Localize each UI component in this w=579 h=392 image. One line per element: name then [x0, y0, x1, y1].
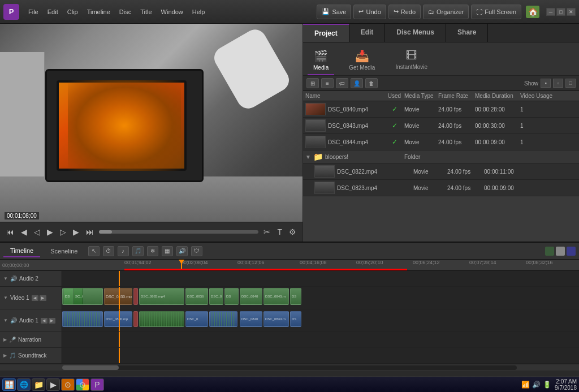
- subtab-instant-movie[interactable]: 🎞 InstantMovie: [390, 47, 433, 75]
- color-gray-btn[interactable]: [556, 247, 565, 256]
- menu-disc[interactable]: Disc: [116, 7, 135, 16]
- video-clip[interactable]: DSC_0840: [240, 288, 262, 305]
- ie-button[interactable]: 🌐: [17, 378, 31, 391]
- track-expand-narration[interactable]: ▶: [3, 337, 7, 342]
- volume-tool[interactable]: 🔊: [176, 246, 188, 256]
- purple-button[interactable]: P: [90, 378, 104, 391]
- chrome-button[interactable]: ⊙: [76, 378, 89, 391]
- step-forward-button[interactable]: ▶: [71, 227, 81, 236]
- audio-clip[interactable]: DSC_0843.m: [263, 311, 289, 327]
- tag-btn[interactable]: 🏷: [336, 78, 348, 88]
- subtab-get-media[interactable]: 📥 Get Media: [343, 47, 381, 75]
- undo-button[interactable]: ↩ Undo: [353, 5, 386, 19]
- list-item[interactable]: DSC_0843.mp4 ✓ Movie 24.00 fps 00:00:30:…: [303, 118, 579, 134]
- view-medium-btn[interactable]: ▫: [553, 79, 563, 88]
- text-icon[interactable]: T: [275, 227, 284, 236]
- audio-clip[interactable]: DSC_0: [185, 311, 208, 327]
- person-btn[interactable]: 👤: [351, 78, 363, 88]
- list-item[interactable]: DSC_0844.mp4 ✓ Movie 24.00 fps 00:00:09:…: [303, 134, 579, 150]
- video-clip[interactable]: DS: [224, 288, 239, 305]
- timewarp-tool[interactable]: ⏱: [103, 246, 114, 256]
- audio-tool[interactable]: ♪: [118, 246, 129, 256]
- redo-button[interactable]: ↪ Redo: [388, 5, 421, 19]
- go-end-button[interactable]: ⏭: [84, 227, 96, 236]
- track-next-btn2[interactable]: ▶: [49, 318, 55, 324]
- list-item[interactable]: DSC_0823.mp4 Movie 24.00 fps 00:00:09:00: [303, 180, 579, 196]
- track-content-audio1[interactable]: DSC_0830.mp DSC_0 DSC_0840 DSC_0843.m DS: [62, 309, 579, 331]
- list-item[interactable]: DSC_0822.mp4 Movie 24.00 fps 00:00:11:00: [303, 163, 579, 180]
- start-button[interactable]: 🪟: [2, 378, 16, 391]
- tab-sceneline[interactable]: Sceneline: [44, 245, 84, 257]
- settings-icon[interactable]: ⚙: [287, 227, 298, 236]
- video-clip[interactable]: DS: [290, 288, 301, 305]
- narration-tool[interactable]: 🛡: [191, 246, 202, 256]
- preview-progress-bar[interactable]: [99, 230, 258, 234]
- orange-button[interactable]: ⊙: [61, 378, 75, 391]
- grid-view-btn[interactable]: ⊞: [306, 78, 319, 88]
- menu-help[interactable]: Help: [189, 7, 209, 16]
- audio-clip[interactable]: DS: [290, 311, 301, 327]
- minimize-button[interactable]: ─: [546, 8, 555, 16]
- video-clip-red[interactable]: [133, 288, 138, 305]
- smart-mix-tool[interactable]: 🎵: [132, 246, 144, 256]
- maximize-button[interactable]: □: [556, 8, 565, 16]
- track-expand-video1[interactable]: ▼: [3, 295, 8, 300]
- video-clip-selected[interactable]: DSC_0830.mo: [104, 288, 132, 305]
- clip-view-tool[interactable]: ▦: [162, 246, 173, 256]
- audio-clip-red[interactable]: [133, 311, 138, 327]
- track-content-soundtrack[interactable]: [62, 348, 579, 363]
- fullscreen-button[interactable]: ⛶ Full Screen: [471, 5, 521, 19]
- list-view-btn[interactable]: ≡: [321, 78, 334, 88]
- video-clip[interactable]: DSC_0836: [185, 288, 208, 305]
- menu-clip[interactable]: Clip: [64, 7, 81, 16]
- menu-file[interactable]: File: [25, 7, 42, 16]
- timeline-scrollbar[interactable]: [0, 364, 579, 371]
- close-button[interactable]: ✕: [567, 8, 576, 16]
- next-frame-button[interactable]: ▷: [58, 227, 68, 236]
- timeline-scroll-track[interactable]: [62, 365, 517, 370]
- view-large-btn[interactable]: □: [565, 79, 576, 88]
- subtab-media[interactable]: 🎬 Media: [308, 47, 334, 75]
- video-clip[interactable]: DSC_0835.mp4: [139, 288, 184, 305]
- tab-project[interactable]: Project: [303, 24, 349, 42]
- pointer-tool[interactable]: ↖: [88, 246, 100, 256]
- home-button[interactable]: 🏠: [526, 6, 539, 18]
- timeline-scroll-thumb[interactable]: [62, 365, 119, 370]
- media-player-button[interactable]: ▶: [46, 378, 60, 391]
- tab-disc-menus[interactable]: Disc Menus: [385, 24, 446, 42]
- audio-clip[interactable]: DSC_0830.mp: [104, 311, 132, 327]
- audio-clip[interactable]: [139, 311, 184, 327]
- tab-timeline[interactable]: Timeline: [3, 245, 40, 257]
- organizer-button[interactable]: 🗂 Organizer: [423, 5, 469, 19]
- audio-clip[interactable]: [209, 311, 237, 327]
- track-content-video1[interactable]: DS SC_0 DSC_0830.mo DSC_0835.mp4 DSC_083…: [62, 287, 579, 309]
- cut-icon[interactable]: ✂: [262, 227, 272, 236]
- view-small-btn[interactable]: ▪: [541, 79, 551, 88]
- folder-button[interactable]: 📁: [32, 378, 45, 391]
- menu-timeline[interactable]: Timeline: [84, 7, 114, 16]
- play-button[interactable]: ▶: [45, 227, 55, 236]
- track-next-btn[interactable]: ▶: [40, 295, 46, 301]
- menu-edit[interactable]: Edit: [44, 7, 62, 16]
- track-content-audio2[interactable]: [62, 271, 579, 286]
- folder-row[interactable]: ▼ 📁 bloopers! Folder: [303, 150, 579, 163]
- prev-frame-button[interactable]: ◁: [32, 227, 42, 236]
- video-clip[interactable]: DS SC_0: [62, 288, 103, 305]
- track-expand-audio2[interactable]: ▼: [3, 276, 8, 281]
- delete-btn[interactable]: 🗑: [365, 78, 378, 88]
- save-button[interactable]: 💾 Save: [317, 5, 351, 19]
- audio-clip[interactable]: [62, 311, 103, 327]
- video-clip[interactable]: DSC_0843.m: [263, 288, 289, 305]
- menu-window[interactable]: Window: [158, 7, 187, 16]
- freeze-tool[interactable]: ❄: [147, 246, 158, 256]
- menu-title[interactable]: Title: [137, 7, 155, 16]
- track-content-narration[interactable]: [62, 332, 579, 347]
- step-back-button[interactable]: ◀: [19, 227, 29, 236]
- track-expand-soundtrack[interactable]: ▶: [3, 353, 7, 358]
- track-prev-btn[interactable]: ◀: [32, 295, 38, 301]
- list-item[interactable]: DSC_0840.mp4 ✓ Movie 24.00 fps 00:00:28:…: [303, 101, 579, 118]
- color-green-btn[interactable]: [545, 247, 554, 256]
- video-clip[interactable]: DSC_0: [209, 288, 223, 305]
- tab-edit[interactable]: Edit: [349, 24, 386, 42]
- track-expand-audio1[interactable]: ▼: [3, 318, 8, 323]
